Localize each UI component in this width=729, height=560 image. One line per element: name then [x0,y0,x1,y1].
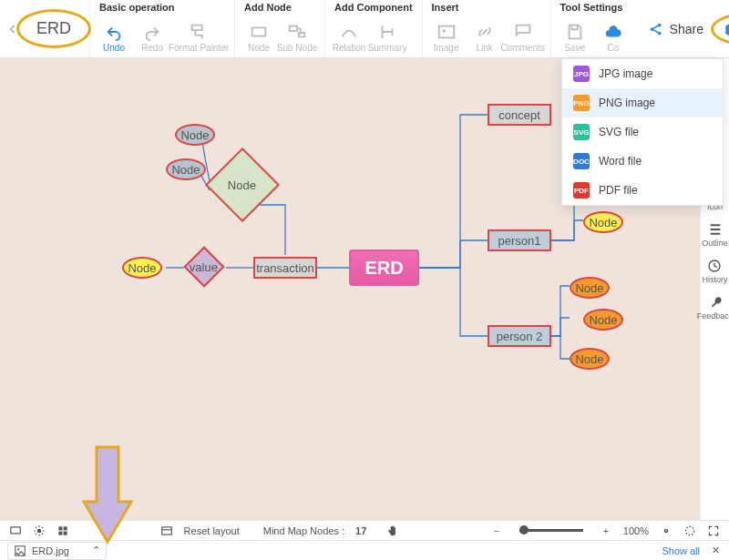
rail-history[interactable]: History [702,259,727,284]
summary-button[interactable]: Summary [369,16,406,55]
view-grid-button[interactable] [56,524,69,537]
feedback-icon [708,295,723,310]
node-p2-c[interactable]: Node [570,348,610,370]
close-download-bar[interactable]: ✕ [709,545,722,557]
svg-point-11 [37,528,42,533]
download-bar: ERD.jpg ⌃ Show all ✕ [0,540,729,560]
comments-icon [513,23,533,41]
zoom-out-button[interactable]: − [490,524,503,537]
pan-button[interactable] [386,524,399,537]
export-svg-label: SVG file [599,126,639,138]
export-png[interactable]: PNG PNG image [562,88,723,117]
view-brightness-button[interactable] [33,524,46,537]
document-title[interactable]: ERD [27,15,80,42]
export-svg[interactable]: SVG SVG file [562,117,723,147]
rail-feedback[interactable]: Feedback [697,295,729,321]
svg-rect-3 [438,26,454,38]
node-transaction[interactable]: transaction [253,257,317,279]
save-icon [565,23,585,41]
node-person1[interactable]: person1 [488,229,551,251]
status-bar: Reset layout Mind Map Nodes : 17 − + 100… [0,520,729,540]
node-p2-a[interactable]: Node [570,277,610,299]
sun-icon [33,524,46,537]
fit-icon [683,524,696,537]
show-all-button[interactable]: Show all [662,545,700,556]
undo-button[interactable]: Undo [96,16,132,55]
top-toolbar: ERD Basic operation Undo Redo Format Pai… [0,0,729,58]
outline-icon [708,222,723,237]
rail-outline[interactable]: Outline [702,222,728,248]
relation-icon [339,23,359,41]
download-filename: ERD.jpg [32,545,69,556]
cloud-button[interactable]: Co [595,16,631,55]
reset-layout-button[interactable] [160,524,173,537]
node-p2-b[interactable]: Node [583,309,623,331]
node-ellipse-yellow-left[interactable]: Node [122,257,162,279]
fit-view-button[interactable] [683,524,696,537]
chevron-up-icon: ⌃ [92,545,100,556]
relation-button[interactable]: Relation [331,16,367,55]
zoom-slider[interactable] [519,529,583,532]
format-painter-icon [189,23,209,41]
svg-rect-1 [290,26,297,31]
node-icon [249,23,269,41]
insert-link-button[interactable]: Link [467,16,503,55]
zoom-in-button[interactable]: + [600,524,612,537]
zoom-value: 100% [623,525,649,536]
center-view-button[interactable] [660,524,673,537]
document-title-wrap: ERD [22,0,86,57]
nodes-count: 17 [355,525,366,536]
group-add-component: Add Component Relation Summary [324,0,418,57]
topbar-right: Share Export [641,0,729,57]
export-pdf[interactable]: PDF PDF file [562,176,723,205]
svg-point-21 [17,548,19,550]
export-jpg-label: JPG image [599,67,652,80]
fullscreen-button[interactable] [707,524,720,537]
expand-icon [707,524,720,537]
export-jpg[interactable]: JPG JPG image [562,59,723,88]
group-title: Basic operation [96,2,225,16]
save-button[interactable]: Save [557,16,593,55]
subnode-icon [287,23,307,41]
export-word[interactable]: DOC Word file [562,147,723,176]
svg-rect-0 [252,27,266,36]
export-png-label: PNG image [599,97,655,109]
svg-point-4 [442,29,446,33]
back-button[interactable] [7,0,18,57]
nodes-label: Mind Map Nodes : [263,525,344,536]
add-node-button[interactable]: Node [241,16,277,55]
download-chip[interactable]: ERD.jpg ⌃ [7,542,107,560]
redo-button[interactable]: Redo [134,16,170,55]
node-ellipse-grey-1[interactable]: Node [175,124,215,146]
node-concept[interactable]: concept [488,104,551,126]
node-center-erd[interactable]: ERD [349,249,419,286]
node-ellipse-grey-2[interactable]: Node [166,158,206,180]
node-p1-node[interactable]: Node [583,211,623,233]
word-icon: DOC [573,153,590,169]
svg-rect-13 [64,526,67,530]
export-button[interactable]: Export [716,17,729,41]
group-title: Tool Settings [557,2,631,16]
share-label: Share [670,22,703,36]
undo-icon [104,23,124,41]
insert-comments-button[interactable]: Comments [505,16,541,55]
view-display-button[interactable] [9,524,22,537]
group-add-node: Add Node Node Sub Node [234,0,321,57]
svg-point-19 [685,526,693,535]
group-title: Add Component [331,2,413,16]
image-icon [436,23,457,41]
group-title: Insert [428,2,541,16]
export-button-wrap: Export [716,17,729,41]
group-title: Add Node [241,2,315,16]
reset-layout-label[interactable]: Reset layout [184,525,240,536]
add-subnode-button[interactable]: Sub Node [279,16,315,55]
group-basic-operation: Basic operation Undo Redo Format Painter [89,0,231,57]
export-menu: JPG JPG image PNG PNG image SVG SVG file… [561,58,724,206]
insert-image-button[interactable]: Image [428,16,465,55]
share-button[interactable]: Share [641,17,711,41]
monitor-icon [9,524,22,537]
redo-icon [142,23,162,41]
node-person2[interactable]: person 2 [488,325,551,347]
svg-rect-16 [161,526,171,534]
format-painter-button[interactable]: Format Painter [172,16,225,55]
